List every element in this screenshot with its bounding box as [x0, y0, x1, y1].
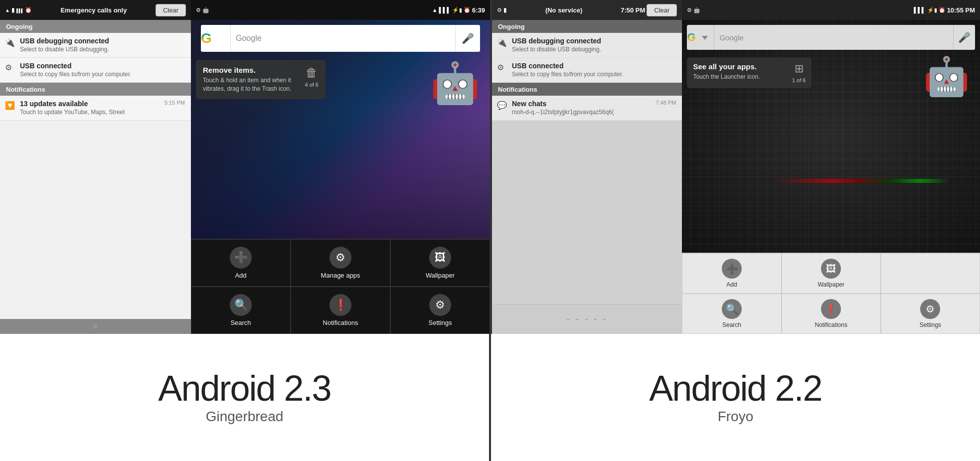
google-widget-23[interactable]: G Google 🎤 [201, 25, 480, 52]
google-widget-22[interactable]: G Google 🎤 [687, 25, 975, 50]
notif-item-usb-debug-22[interactable]: 🔌 USB debugging connected Select to disa… [492, 33, 682, 58]
notif-panel-23: ⏰ Emergency calls only Clear Ongoing 🔌 U… [0, 0, 191, 334]
notif-usb-debug-title-23: USB debugging connected [20, 37, 185, 45]
clear-button-23[interactable]: Clear [156, 4, 186, 16]
notif-item-usb-22[interactable]: ⚙ USB connected Select to copy files to/… [492, 58, 682, 83]
notifications-header-23: Notifications [0, 83, 191, 96]
notif-label-22: Notifications [815, 321, 847, 328]
wallpaper-icon-22: 🖼 [821, 259, 841, 279]
home-wallpaper-23: G Google 🎤 Remove items. Touch & hold an… [191, 20, 490, 239]
drawer-settings-23[interactable]: ⚙ Settings [390, 287, 490, 334]
google-search-text-23[interactable]: Google [231, 34, 455, 43]
updates-icon-23: 🔽 [5, 101, 15, 110]
notif-item-updates-23[interactable]: 🔽 5:15 PM 13 updates available Touch to … [0, 96, 191, 121]
tooltip-desc-23: Touch & hold an item and when it vibrate… [203, 76, 300, 93]
notif-label-23: Notifications [323, 319, 358, 326]
wallpaper-icon-23: 🖼 [429, 247, 451, 269]
notif-updates-title-23: 13 updates available [20, 100, 185, 108]
notif-item-chats-22[interactable]: 💬 7:48 PM New chats moh-d-q.--1i2tsfptyj… [492, 96, 682, 121]
wifi-icon-23 [5, 7, 10, 13]
launcher-tooltip-text-22: See all your apps. Touch the Launcher ic… [693, 62, 787, 81]
mic-icon-23: 🎤 [462, 32, 474, 44]
notifications-label-22: Notifications [498, 86, 537, 93]
chats-icon-22: 💬 [497, 101, 507, 110]
labels-container: Android 2.3 Gingerbread Android 2.2 Froy… [0, 334, 980, 461]
battery-icon-22 [503, 6, 507, 13]
drawer-notifications-23[interactable]: ❗ Notifications [291, 287, 390, 334]
search-label-22: Search [722, 321, 741, 328]
settings-icon-23: ⚙ [429, 294, 451, 316]
add-icon-23: ➕ [230, 247, 252, 269]
ongoing-header-22: Ongoing [492, 20, 682, 33]
drawer-manage-23[interactable]: ⚙ Manage apps [291, 239, 390, 287]
apps-grid-area-22: ⊞ 1 of 6 [792, 62, 806, 83]
home-alarm-23: ⏰ [464, 7, 471, 13]
mic-icon-box-22[interactable]: 🎤 [953, 25, 975, 50]
home-status-bar-23: ⚙ 🤖 ▲ ▌▌▌ ⚡▮ ⏰ 6:39 [191, 0, 490, 20]
home-panel-23: ⚙ 🤖 ▲ ▌▌▌ ⚡▮ ⏰ 6:39 G [191, 0, 490, 334]
screens-container: ⏰ Emergency calls only Clear Ongoing 🔌 U… [0, 0, 980, 334]
notif-item-usb-debug-23[interactable]: 🔌 USB debugging connected Select to disa… [0, 33, 191, 58]
notif-usb-debug-desc-22: Select to disable USB debugging. [512, 46, 676, 53]
apps-grid-icon-22: ⊞ [795, 62, 804, 75]
drawer-search-22[interactable]: 🔍 Search [682, 294, 781, 334]
launcher-counter-22: 1 of 6 [792, 77, 806, 83]
settings-icon-22: ⚙ [920, 299, 940, 319]
android-robot-22: 🤖 [923, 55, 970, 99]
ongoing-label-22: Ongoing [498, 23, 524, 30]
drawer-add-22[interactable]: ➕ Add [682, 253, 781, 294]
usb-debug-icon-22: 🔌 [497, 38, 507, 47]
time-text-22: 7:50 PM [621, 6, 645, 14]
home-time-23: 6:39 [472, 6, 485, 14]
home-battery-22: ⚡▮ [927, 7, 937, 13]
google-icon-box-23: G [201, 25, 231, 52]
notif-updates-desc-23: Touch to update YouTube, Maps, Street [20, 109, 185, 116]
search-icon-22: 🔍 [722, 299, 742, 319]
settings-label-22: Settings [920, 321, 941, 328]
google-g-icon-22: G [687, 31, 695, 44]
drawer-settings-22[interactable]: ⚙ Settings [881, 294, 980, 334]
trash-area-23: 🗑 4 of 6 [305, 66, 319, 88]
drawer-wallpaper-23[interactable]: 🖼 Wallpaper [390, 239, 490, 287]
drawer-notifications-22[interactable]: ❗ Notifications [782, 294, 881, 334]
notif-item-usb-23[interactable]: ⚙ USB connected Select to copy files to/… [0, 58, 191, 83]
bottom-handle-23: ≡ [93, 322, 98, 331]
alarm-icon-23: ⏰ [25, 7, 32, 13]
add-label-23: Add [235, 272, 246, 279]
android22-label: Android 2.2 Froyo [491, 334, 980, 461]
google-search-text-22[interactable]: Google [714, 33, 953, 42]
home-time-22: 10:55 PM [947, 6, 975, 14]
home-alarm-22: ⏰ [939, 7, 946, 13]
search-icon-23: 🔍 [230, 294, 252, 316]
notif-bottom-bar-23: ≡ [0, 319, 191, 334]
android22-section: ⚙ (No service) 7:50 PM Clear Ongoing 🔌 U… [490, 0, 980, 334]
drawer-search-23[interactable]: 🔍 Search [191, 287, 291, 334]
tooltip-text-23: Remove items. Touch & hold an item and w… [203, 66, 300, 93]
mic-icon-box-23[interactable]: 🎤 [455, 25, 480, 52]
status-text-23: Emergency calls only [60, 6, 127, 14]
android23-label: Android 2.3 Gingerbread [0, 334, 489, 461]
settings-label-23: Settings [429, 319, 452, 326]
app-drawer-22: ➕ Add 🖼 Wallpaper 🔍 Search ❗ Notificatio… [682, 253, 980, 334]
notifications-label-23: Notifications [6, 86, 45, 93]
notif-icon-23: ❗ [329, 294, 351, 316]
home-android-icon-23: 🤖 [202, 7, 209, 13]
clear-button-22[interactable]: Clear [647, 4, 677, 16]
home-signal-23: ▌▌▌ [439, 7, 451, 13]
usb-icon-22: ⚙ [497, 63, 504, 72]
ongoing-header-23: Ongoing [0, 20, 191, 33]
usb-debug-icon-23: 🔌 [5, 38, 15, 47]
notif-updates-time-23: 5:15 PM [164, 100, 185, 106]
notif-panel-22: ⚙ (No service) 7:50 PM Clear Ongoing 🔌 U… [492, 0, 682, 334]
notif-chats-time-22: 7:48 PM [655, 100, 676, 106]
home-signal-22: ▌▌▌ [914, 7, 925, 13]
notif-chats-title-22: New chats [512, 100, 676, 108]
app-drawer-23: ➕ Add ⚙ Manage apps 🖼 Wallpaper 🔍 Search… [191, 239, 490, 334]
battery-icon-23 [11, 6, 15, 13]
search-label-23: Search [230, 319, 251, 326]
wallpaper-label-23: Wallpaper [426, 272, 455, 279]
notif-usb-debug-title-22: USB debugging connected [512, 37, 676, 45]
manage-icon-23: ⚙ [329, 247, 351, 269]
drawer-add-23[interactable]: ➕ Add [191, 239, 291, 287]
drawer-wallpaper-22[interactable]: 🖼 Wallpaper [782, 253, 881, 294]
